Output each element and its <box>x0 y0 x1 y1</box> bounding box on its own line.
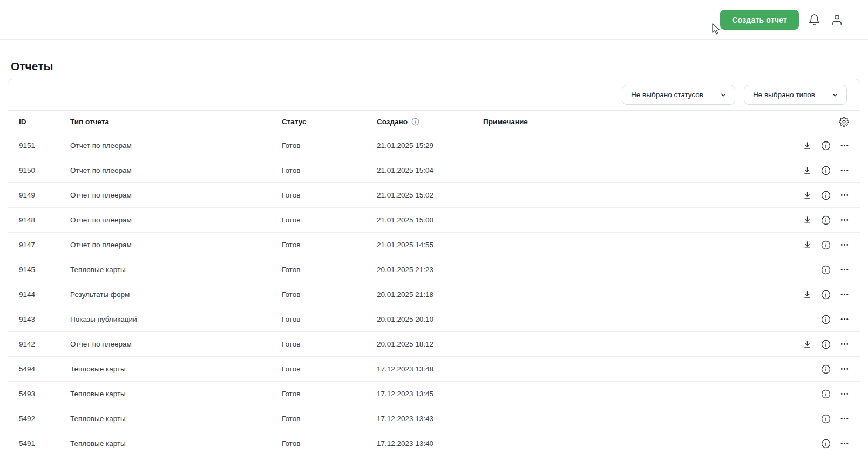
download-icon <box>803 240 812 249</box>
row-more-button[interactable] <box>840 364 849 374</box>
chevron-down-icon <box>720 91 727 99</box>
row-more-button[interactable] <box>840 290 849 299</box>
cell-id: 5491 <box>19 439 70 448</box>
download-button[interactable] <box>803 141 812 150</box>
row-info-button[interactable] <box>821 215 831 225</box>
cell-id: 9142 <box>19 340 70 348</box>
download-button[interactable] <box>803 340 812 349</box>
cell-created: 20.01.2025 20:10 <box>377 315 483 323</box>
row-info-button[interactable] <box>821 290 831 300</box>
download-button[interactable] <box>803 191 812 200</box>
row-more-button[interactable] <box>840 191 849 200</box>
cell-type: Тепловые карты <box>70 365 282 373</box>
cell-created: 21.01.2025 15:00 <box>377 216 483 224</box>
download-button[interactable] <box>803 215 812 225</box>
cell-status: Готов <box>282 141 377 150</box>
info-icon <box>821 215 831 225</box>
row-info-button[interactable] <box>821 389 831 399</box>
cell-status: Готов <box>282 241 377 249</box>
row-actions <box>779 141 849 151</box>
row-more-button[interactable] <box>840 265 849 274</box>
info-icon <box>821 414 831 424</box>
status-filter-dropdown[interactable]: Не выбрано статусов <box>622 85 735 105</box>
cell-type: Тепловые карты <box>70 266 282 274</box>
reports-card: Не выбрано статусов Не выбрано типов ID … <box>8 79 860 461</box>
row-info-button[interactable] <box>821 141 831 151</box>
row-actions <box>779 414 849 424</box>
row-more-button[interactable] <box>840 414 849 423</box>
row-more-button[interactable] <box>840 215 849 225</box>
row-more-button[interactable] <box>840 340 849 349</box>
row-more-button[interactable] <box>840 240 849 249</box>
row-info-button[interactable] <box>821 439 831 449</box>
row-more-button[interactable] <box>840 141 849 150</box>
column-header-type: Тип отчета <box>70 118 282 126</box>
table-row: 5493 Тепловые карты Готов 17.12.2023 13:… <box>8 382 860 406</box>
cell-status: Готов <box>282 415 377 423</box>
notifications-button[interactable] <box>806 12 822 28</box>
type-filter-dropdown[interactable]: Не выбрано типов <box>744 85 847 105</box>
bell-icon <box>808 13 820 26</box>
row-actions <box>779 340 849 349</box>
row-info-button[interactable] <box>821 265 831 275</box>
table-row: 9143 Показы публикаций Готов 20.01.2025 … <box>8 307 860 332</box>
row-info-button[interactable] <box>821 340 831 349</box>
info-icon <box>821 265 831 275</box>
cell-status: Готов <box>282 290 377 299</box>
row-more-button[interactable] <box>840 315 849 324</box>
user-icon <box>831 13 843 26</box>
row-more-button[interactable] <box>840 166 849 175</box>
download-icon <box>803 191 812 200</box>
row-info-button[interactable] <box>821 315 831 324</box>
row-actions <box>779 315 849 324</box>
row-info-button[interactable] <box>821 191 831 200</box>
download-button[interactable] <box>803 240 812 249</box>
cell-status: Готов <box>282 340 377 348</box>
info-icon <box>821 364 831 374</box>
row-info-button[interactable] <box>821 166 831 175</box>
row-actions <box>779 439 849 449</box>
ellipsis-icon <box>840 240 849 249</box>
row-actions <box>779 265 849 275</box>
ellipsis-icon <box>840 290 849 299</box>
table-row: 5492 Тепловые карты Готов 17.12.2023 13:… <box>8 406 860 431</box>
info-icon <box>821 290 831 300</box>
cell-status: Готов <box>282 216 377 224</box>
download-icon <box>803 290 812 299</box>
download-button[interactable] <box>803 290 812 299</box>
row-actions <box>779 166 849 175</box>
create-report-button[interactable]: Создать отчет <box>720 10 799 30</box>
ellipsis-icon <box>840 166 849 175</box>
info-icon[interactable] <box>411 118 419 126</box>
table-header: ID Тип отчета Статус Создано Примечание <box>8 110 860 133</box>
table-settings-button[interactable] <box>839 117 849 127</box>
row-more-button[interactable] <box>840 389 849 398</box>
cell-status: Готов <box>282 315 377 323</box>
page-title: Отчеты <box>11 60 53 73</box>
info-icon <box>821 389 831 399</box>
info-icon <box>821 315 831 324</box>
cell-status: Готов <box>282 166 377 174</box>
download-icon <box>803 166 812 175</box>
cell-id: 9151 <box>19 141 70 150</box>
cell-created: 17.12.2023 13:48 <box>377 365 483 373</box>
cell-status: Готов <box>282 390 377 398</box>
row-actions <box>779 389 849 399</box>
info-icon <box>821 141 831 151</box>
row-info-button[interactable] <box>821 364 831 374</box>
cell-created: 21.01.2025 14:55 <box>377 241 483 249</box>
cell-type: Показы публикаций <box>70 315 282 323</box>
column-header-id: ID <box>19 118 70 126</box>
row-info-button[interactable] <box>821 414 831 424</box>
cell-id: 9144 <box>19 290 70 299</box>
cell-id: 5493 <box>19 390 70 398</box>
ellipsis-icon <box>840 389 849 398</box>
ellipsis-icon <box>840 141 849 150</box>
cell-created: 21.01.2025 15:29 <box>377 141 483 150</box>
download-button[interactable] <box>803 166 812 175</box>
cell-type: Тепловые карты <box>70 390 282 398</box>
row-info-button[interactable] <box>821 240 831 250</box>
account-button[interactable] <box>829 12 844 28</box>
info-icon <box>821 240 831 250</box>
row-more-button[interactable] <box>840 439 849 448</box>
